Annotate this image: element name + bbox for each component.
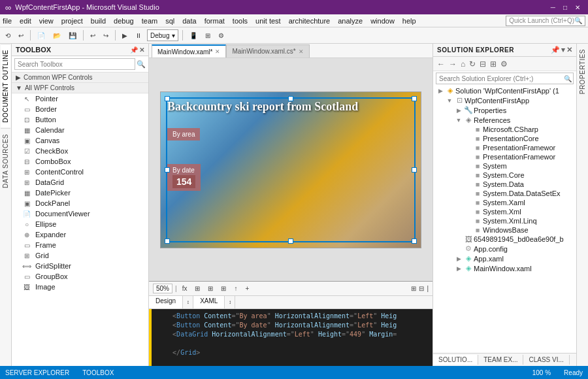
tree-item-ref-systemdataset[interactable]: ■ System.Data.DataSetEx — [433, 189, 576, 198]
tree-item-properties[interactable]: ▶ 🔧 Properties — [433, 105, 576, 115]
expand-icon[interactable]: ▼ — [454, 117, 463, 124]
sol-search-input[interactable] — [436, 75, 563, 82]
expand-icon[interactable]: ▶ — [454, 255, 463, 262]
toolbar-undo[interactable]: ↩ — [16, 31, 26, 41]
status-toolbox[interactable]: TOOLBOX — [82, 369, 114, 376]
menu-sql[interactable]: sql — [165, 17, 174, 25]
sol-forward-btn[interactable]: → — [448, 59, 458, 69]
menu-window[interactable]: window — [370, 17, 395, 25]
toolbar-play[interactable]: ▶ — [120, 31, 130, 41]
view-split-icon[interactable]: ⊞ — [411, 285, 416, 292]
pin-icon[interactable]: 📌 — [130, 46, 138, 54]
doc-tab-xaml[interactable]: MainWindow.xaml* ✕ — [152, 44, 226, 58]
view-btn-formula[interactable]: fx — [180, 284, 190, 293]
sol-collapse-btn[interactable]: ⊞ — [489, 59, 498, 69]
sol-tab-teamex[interactable]: TEAM EX... — [478, 355, 523, 365]
sol-filter-btn[interactable]: ⊟ — [478, 59, 487, 69]
toolbox-search[interactable]: 🔍 — [12, 56, 148, 73]
tree-item-ref-pf2[interactable]: ■ PresentationFramewor — [433, 152, 576, 161]
toolbar-settings[interactable]: ⚙ — [216, 31, 227, 41]
expand-icon[interactable]: ▼ — [445, 97, 454, 104]
tree-item-solution[interactable]: ▶ ◈ Solution 'WpfContentFirstApp' (1 — [433, 86, 576, 95]
sol-refresh-btn[interactable]: ↻ — [468, 59, 477, 69]
sol-back-btn[interactable]: ← — [436, 59, 446, 69]
tab-design-arrow[interactable]: ↕ — [183, 296, 193, 308]
tree-item-appconfig[interactable]: ⚙ App.config — [433, 244, 576, 254]
toolbar-device[interactable]: 📱 — [187, 31, 200, 41]
toolbar-layout[interactable]: ⊞ — [203, 31, 213, 41]
debug-dropdown[interactable]: Debug ▾ — [147, 29, 178, 41]
menu-tools[interactable]: tools — [233, 17, 248, 25]
menu-unittest[interactable]: unit test — [255, 17, 281, 25]
close-icon[interactable]: ✕ — [139, 46, 144, 54]
toolbox-item-grid[interactable]: ⊞ Grid — [12, 250, 148, 261]
tab-xaml-arrow[interactable]: ↕ — [225, 296, 235, 308]
toolbox-item-groupbox[interactable]: ▭ GroupBox — [12, 271, 148, 282]
menu-view[interactable]: view — [39, 17, 54, 25]
toolbox-item-combobox[interactable]: ⊟ ComboBox — [12, 156, 148, 167]
status-server-explorer[interactable]: SERVER EXPLORER — [5, 369, 69, 376]
tree-item-ref-windowsbase[interactable]: ■ WindowsBase — [433, 225, 576, 235]
toolbox-item-contentcontrol[interactable]: ⊞ ContentControl — [12, 167, 148, 177]
view-btn-up[interactable]: ↑ — [231, 284, 240, 293]
toolbar-back[interactable]: ⟲ — [3, 31, 13, 41]
tree-item-ref-systemxml[interactable]: ■ System.Xml — [433, 207, 576, 216]
menu-project[interactable]: project — [61, 17, 83, 25]
tree-item-ref-systemcore[interactable]: ■ System.Core — [433, 171, 576, 180]
menu-help[interactable]: help — [402, 17, 416, 25]
tab-design[interactable]: Design — [149, 296, 183, 308]
view-btn-grid1[interactable]: ⊞ — [192, 284, 203, 293]
sol-tab-classview[interactable]: CLASS VI... — [523, 355, 569, 365]
view-btn-grid3[interactable]: ⊞ — [218, 284, 229, 293]
sol-search-box[interactable]: 🔍 — [436, 73, 574, 84]
tree-item-ref-systemdata[interactable]: ■ System.Data — [433, 180, 576, 189]
tree-item-ref-systemxmllinq[interactable]: ■ System.Xml.Linq — [433, 216, 576, 225]
view-horiz-icon[interactable]: ⊟ — [419, 285, 424, 292]
tab-close-icon[interactable]: ✕ — [299, 48, 304, 55]
search-input[interactable] — [14, 58, 135, 70]
toolbox-section-all[interactable]: ▼ All WPF Controls — [12, 83, 148, 93]
tree-item-ref-system[interactable]: ■ System — [433, 161, 576, 171]
expand-icon[interactable]: ▶ — [454, 107, 463, 114]
doc-tab-cs[interactable]: MainWindow.xaml.cs* ✕ — [226, 44, 309, 58]
toolbar-pause[interactable]: ⏸ — [133, 31, 144, 41]
toolbar-save[interactable]: 💾 — [66, 31, 79, 41]
tree-item-ref-presentationcore[interactable]: ■ PresentationCore — [433, 134, 576, 143]
toolbox-item-checkbox[interactable]: ☑ CheckBox — [12, 146, 148, 156]
toolbox-item-pointer[interactable]: ↖ Pointer — [12, 93, 148, 104]
menu-format[interactable]: format — [204, 17, 225, 25]
expand-icon[interactable]: ▶ — [436, 88, 445, 94]
toolbar-undo2[interactable]: ↩ — [88, 31, 98, 41]
menu-analyze[interactable]: analyze — [338, 17, 363, 25]
tree-item-references[interactable]: ▼ ◈ References — [433, 115, 576, 125]
tree-item-appxaml[interactable]: ▶ ◈ App.xaml — [433, 254, 576, 263]
toolbox-item-frame[interactable]: ▭ Frame — [12, 240, 148, 250]
vtab-data-sources[interactable]: Data Sources — [1, 129, 10, 193]
view-btn-grid2[interactable]: ⊞ — [205, 284, 216, 293]
menu-file[interactable]: file — [3, 17, 12, 25]
menu-debug[interactable]: debug — [114, 17, 134, 25]
toolbox-section-common[interactable]: ▶ Common WPF Controls — [12, 73, 148, 83]
sol-settings-btn[interactable]: ⚙ — [499, 59, 509, 69]
toolbox-item-canvas[interactable]: ▣ Canvas — [12, 135, 148, 146]
code-area[interactable]: <Button Content="By area" HorizontalAlig… — [152, 309, 433, 366]
view-btn-add[interactable]: + — [242, 284, 252, 293]
sol-tab-solution[interactable]: SOLUTIO... — [433, 355, 478, 365]
toolbox-item-expander[interactable]: ⊕ Expander — [12, 229, 148, 240]
sol-home-btn[interactable]: ⌂ — [459, 59, 466, 69]
tab-close-icon[interactable]: ✕ — [215, 48, 220, 55]
toolbox-item-button[interactable]: ⊡ Button — [12, 114, 148, 125]
tree-item-project[interactable]: ▼ ⊡ WpfContentFirstApp — [433, 95, 576, 105]
canvas-button-bydate[interactable]: By date 154 — [167, 164, 201, 191]
tree-item-mainwindow[interactable]: ▶ ◈ MainWindow.xaml — [433, 263, 576, 273]
toolbox-item-dockpanel[interactable]: ▣ DockPanel — [12, 198, 148, 208]
tree-item-ref-systemxaml[interactable]: ■ System.Xaml — [433, 198, 576, 207]
toolbox-item-border[interactable]: ▭ Border — [12, 104, 148, 114]
close-icon[interactable]: ✕ — [566, 46, 572, 54]
minimize-button[interactable]: ─ — [548, 4, 558, 11]
tab-xaml[interactable]: XAML — [193, 296, 225, 308]
tree-item-ref-mscsharp[interactable]: ■ Microsoft.CSharp — [433, 125, 576, 134]
maximize-button[interactable]: □ — [561, 4, 570, 11]
toolbox-item-calendar[interactable]: ▦ Calendar — [12, 125, 148, 135]
close-button[interactable]: ✕ — [572, 4, 583, 11]
